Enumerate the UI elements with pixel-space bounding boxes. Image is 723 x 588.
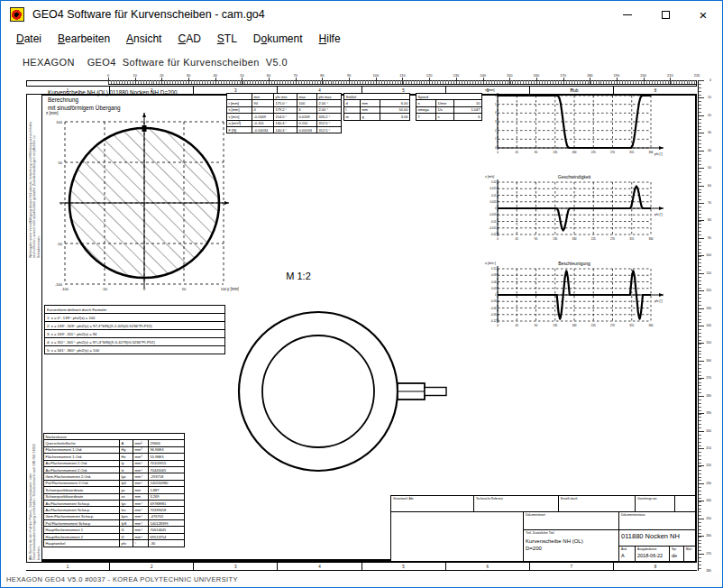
svg-text:phi [°]: phi [°] bbox=[654, 213, 663, 216]
svg-text:-0.005: -0.005 bbox=[490, 213, 497, 216]
svg-text:0: 0 bbox=[143, 287, 146, 291]
svg-text:100: 100 bbox=[221, 287, 227, 291]
svg-text:0: 0 bbox=[495, 146, 497, 150]
nockenkurve-table-cell: 70445065 bbox=[149, 466, 185, 473]
nockenkurve-table-cell: 1.887 bbox=[149, 487, 185, 493]
menu-bearbeiten[interactable]: Bearbeiten bbox=[50, 30, 118, 48]
ruler-right-number: 40 bbox=[708, 149, 711, 154]
maximize-button[interactable] bbox=[646, 1, 684, 28]
nockenkurve-table-cell: IpS bbox=[120, 520, 133, 527]
minmax-table-cell: r [mm] bbox=[227, 100, 252, 106]
nockenkurve-table-cell: mm bbox=[133, 487, 149, 493]
ruler-right-number: 270 bbox=[706, 552, 711, 557]
ruler-top-number: 60 bbox=[262, 73, 275, 78]
svg-text:a [m/s²]: a [m/s²] bbox=[485, 262, 496, 265]
ruler-top-number: 10 bbox=[129, 73, 142, 78]
svg-text:-50: -50 bbox=[102, 287, 108, 291]
revision-value: A bbox=[621, 553, 633, 558]
minmax-table-cell: -0.110 bbox=[252, 120, 274, 126]
ruler-top-number: 30 bbox=[182, 73, 195, 78]
stoessel-table-cell: mm bbox=[361, 100, 380, 106]
ruler-top-number: 120 bbox=[423, 73, 435, 78]
nockenkurve-table-cell: 140128399 bbox=[149, 520, 185, 527]
zone-number: 1 bbox=[26, 563, 110, 570]
svg-text:135: 135 bbox=[553, 151, 557, 154]
nockenkurve-table-cell: 70614645 bbox=[149, 527, 185, 533]
nockenkurve-table-cell: mm⁴ bbox=[133, 527, 149, 533]
formula-line: Kurvenform definiert durch Formeln: bbox=[44, 305, 225, 314]
close-button[interactable]: × bbox=[684, 1, 722, 28]
nockenkurve-table-cell: mm⁴ bbox=[133, 466, 149, 473]
svg-text:270: 270 bbox=[610, 151, 615, 154]
language-value: de bbox=[672, 553, 682, 558]
svg-text:135: 135 bbox=[553, 324, 557, 327]
speed-table-cell: 6 bbox=[454, 114, 482, 120]
nockenkurve-table-row: Pol.Flächenmoment Schw.p.IpSmm⁴140128399 bbox=[44, 520, 185, 527]
nockenkurve-table-cell: 69513754 bbox=[149, 533, 185, 539]
language-label: Spr. bbox=[672, 547, 682, 551]
minimize-button[interactable] bbox=[609, 1, 646, 28]
svg-text:100: 100 bbox=[56, 120, 62, 124]
nockenkurve-table-cell: Hauptflächenmoment 1 bbox=[44, 527, 120, 533]
ruler-top-number: 170 bbox=[557, 73, 570, 78]
ruler-right-number: 90 bbox=[708, 236, 711, 242]
svg-text:4: 4 bbox=[495, 111, 497, 115]
svg-text:360: 360 bbox=[648, 237, 653, 241]
ruler-right-number: 130 bbox=[706, 307, 711, 312]
svg-text:0.09: 0.09 bbox=[491, 273, 497, 277]
zone-number: 5 bbox=[362, 563, 446, 570]
nockenkurve-table-cell: Hauptflächenmoment 2 bbox=[44, 533, 120, 539]
minmax-table-cell: 100 bbox=[297, 100, 317, 106]
svg-text:-0.01: -0.01 bbox=[490, 220, 497, 224]
formula-line: 1: x = 0°..139°: phi2(x) = 100 bbox=[44, 314, 225, 322]
follower-rod bbox=[425, 388, 446, 396]
zone-number: 2 bbox=[110, 563, 194, 570]
nockenkurve-table-cell: phi bbox=[120, 540, 133, 547]
ruler-right-number: 20 bbox=[708, 114, 711, 119]
nockenkurve-table-cell: mm² bbox=[133, 440, 149, 446]
minmax-table-cell: 2.00 ° bbox=[317, 100, 342, 106]
menu-ansicht[interactable]: Ansicht bbox=[118, 30, 169, 48]
formula-line: 4: x = 311°..341°: phi2(x) = 97+3*SIN((X… bbox=[44, 338, 225, 346]
svg-text:-100: -100 bbox=[61, 287, 69, 291]
nockenkurve-table-cell: 29666 bbox=[149, 440, 185, 446]
minmax-table-row: a [m/s²]-0.110140.4 °0.110312.5 ° bbox=[227, 120, 342, 126]
ruler-top-number: 140 bbox=[477, 73, 490, 78]
nockenkurve-table-cell: mm⁴ bbox=[133, 507, 149, 513]
nockenkurve-table-cell: Izs bbox=[120, 507, 133, 513]
minmax-table-row: s [mm]0179.2 °62.00 ° bbox=[227, 106, 342, 113]
svg-text:3: 3 bbox=[495, 120, 497, 124]
nockenkurve-table-cell: I2 bbox=[120, 533, 133, 539]
menu-stl[interactable]: STL bbox=[209, 30, 245, 48]
ruler-right-number: 190 bbox=[706, 411, 711, 417]
svg-text:315: 315 bbox=[629, 151, 634, 154]
svg-text:180: 180 bbox=[572, 237, 576, 241]
status-bar: HEXAGON GEO4 V5.0 #0037 - KOREA POLYTECH… bbox=[1, 572, 722, 587]
menu-dokument[interactable]: Dokument bbox=[245, 30, 311, 48]
ruler-right-number: 70 bbox=[708, 201, 711, 207]
drawing-subtitle: D=200 bbox=[526, 546, 617, 551]
ruler-top-number: 200 bbox=[637, 73, 650, 78]
menu-cad[interactable]: CAD bbox=[169, 30, 208, 48]
nockenkurve-table-cell: Iyz bbox=[120, 473, 133, 480]
nockenkurve-table-cell: Iyzs bbox=[120, 513, 133, 519]
svg-text:225: 225 bbox=[591, 151, 596, 154]
ruler-top-number: 50 bbox=[235, 73, 248, 78]
svg-text:0: 0 bbox=[497, 324, 499, 327]
chart-hub: Hubs [mm]phi [°]045901351802252703153600… bbox=[484, 86, 678, 163]
svg-text:-0.02: -0.02 bbox=[490, 233, 497, 236]
stoessel-table-cell: g bbox=[361, 114, 380, 120]
nockenkurve-table-cell: 96.96E3 bbox=[149, 446, 185, 453]
nockenkurve-table-cell: mm⁴ bbox=[133, 513, 149, 519]
ruler-top-number: 130 bbox=[450, 73, 462, 78]
menu-datei[interactable]: Datei bbox=[8, 30, 50, 48]
menu-hilfe[interactable]: Hilfe bbox=[311, 30, 349, 48]
scale-label: M 1:2 bbox=[271, 271, 325, 281]
speed-table-row: omega1/s1.047 bbox=[416, 106, 482, 113]
side-note-top: Weitergabe sowie Vervielfältigung dieses… bbox=[29, 121, 41, 258]
nockenkurve-table-cell: A bbox=[120, 440, 133, 446]
nockenkurve-table-row: Schwerpunktkoordinateysmm1.887 bbox=[44, 487, 185, 493]
svg-text:135: 135 bbox=[553, 237, 557, 241]
nockenkurve-table-cell: mm³ bbox=[133, 446, 149, 453]
titlebar: GEO4 Software für Kurvenscheiben - cam.g… bbox=[1, 1, 722, 28]
